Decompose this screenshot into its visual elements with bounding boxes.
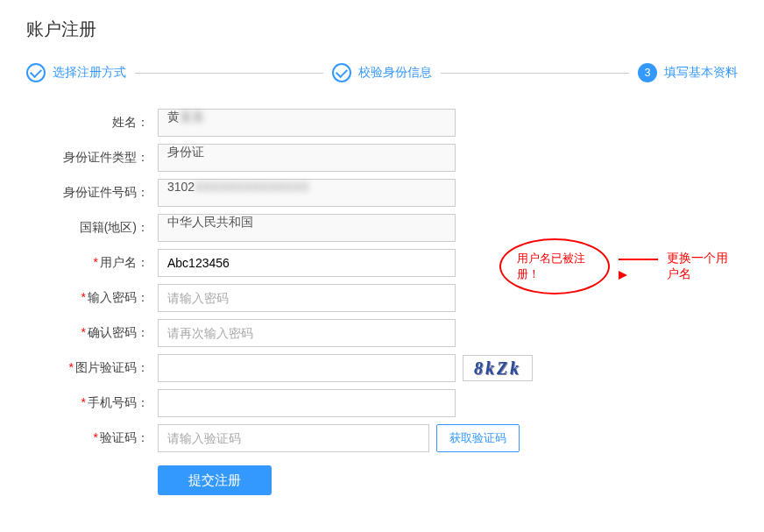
- arrow-icon: [619, 251, 658, 282]
- step-3-label: 填写基本资料: [664, 65, 738, 81]
- check-icon: [26, 63, 46, 82]
- id-type-display: 身份证: [158, 144, 456, 172]
- id-no-label: 身份证件号码：: [44, 185, 158, 201]
- username-input[interactable]: [158, 249, 456, 277]
- step-3: 3 填写基本资料: [638, 63, 738, 82]
- password-input[interactable]: [158, 284, 456, 312]
- id-type-label: 身份证件类型：: [44, 150, 158, 166]
- sms-input[interactable]: [158, 424, 429, 452]
- check-icon: [332, 63, 351, 82]
- annotation-hint: 更换一个用户名: [667, 251, 738, 282]
- nation-display: 中华人民共和国: [158, 214, 456, 242]
- name-label: 姓名：: [44, 115, 158, 131]
- password2-label: *确认密码：: [44, 325, 158, 341]
- step-1: 选择注册方式: [26, 63, 126, 82]
- mobile-input[interactable]: [158, 389, 456, 417]
- step-3-number: 3: [638, 63, 657, 82]
- step-divider: [135, 73, 323, 74]
- name-display: 黄某某: [158, 109, 456, 137]
- steps-bar: 选择注册方式 校验身份信息 3 填写基本资料: [26, 63, 738, 82]
- step-divider: [441, 73, 629, 74]
- captcha-image[interactable]: 8kZk: [463, 355, 533, 381]
- mobile-label: *手机号码：: [44, 395, 158, 411]
- password-label: *输入密码：: [44, 290, 158, 306]
- page-title: 账户注册: [26, 18, 738, 41]
- captcha-label: *图片验证码：: [44, 360, 158, 376]
- nation-label: 国籍(地区)：: [44, 220, 158, 236]
- step-2: 校验身份信息: [332, 63, 432, 82]
- id-no-display: 3102XXXXXXXXXXXXXX: [158, 179, 456, 207]
- username-label: *用户名：: [44, 255, 158, 271]
- sms-label: *验证码：: [44, 430, 158, 446]
- submit-button[interactable]: 提交注册: [158, 465, 272, 495]
- get-sms-button[interactable]: 获取验证码: [436, 424, 520, 452]
- password2-input[interactable]: [158, 319, 456, 347]
- step-2-label: 校验身份信息: [358, 65, 432, 81]
- captcha-input[interactable]: [158, 354, 456, 382]
- step-1-label: 选择注册方式: [53, 65, 126, 81]
